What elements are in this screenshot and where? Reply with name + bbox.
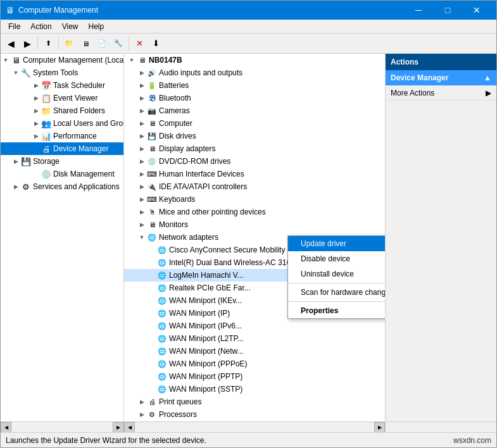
- left-hscroll-left[interactable]: ◀: [1, 422, 11, 432]
- dev-wan-netw[interactable]: 🌐 WAN Miniport (Netw...: [124, 345, 385, 358]
- processors-expand[interactable]: ▶: [137, 409, 147, 420]
- toolbar-computer[interactable]: 🖥: [78, 36, 93, 51]
- dev-print[interactable]: ▶ 🖨 Print queues: [124, 395, 385, 408]
- dev-monitors[interactable]: ▶ 🖥 Monitors: [124, 218, 385, 231]
- monitors-icon: 🖥: [147, 220, 157, 230]
- center-root[interactable]: ▼ 🖥 NB0147B: [124, 54, 385, 66]
- event-viewer-expand[interactable]: ▶: [31, 93, 41, 103]
- toolbar-back[interactable]: ◀: [3, 36, 18, 51]
- dev-batteries[interactable]: ▶ 🔋 Batteries: [124, 79, 385, 92]
- display-expand[interactable]: ▶: [137, 144, 147, 154]
- dev-audio[interactable]: ▶ 🔊 Audio inputs and outputs: [124, 66, 385, 79]
- hid-expand[interactable]: ▶: [137, 169, 147, 179]
- dev-wan-l2tp[interactable]: 🌐 WAN Miniport (L2TP...: [124, 332, 385, 345]
- toolbar-new[interactable]: ⬇: [148, 36, 163, 51]
- local-users-expand[interactable]: ▶: [31, 118, 41, 128]
- menu-file[interactable]: File: [3, 21, 25, 32]
- dev-dvd[interactable]: ▶ 💿 DVD/CD-ROM drives: [124, 155, 385, 168]
- tree-device-manager[interactable]: 🖨 Device Manager: [1, 142, 123, 155]
- action-more-actions[interactable]: More Actions ▶: [386, 85, 496, 101]
- dev-hid[interactable]: ▶ ⌨ Human Interface Devices: [124, 168, 385, 180]
- ctx-scan-hardware[interactable]: Scan for hardware changes: [288, 285, 386, 300]
- wan-sstp-label: WAN Miniport (SSTP): [169, 385, 242, 394]
- computer-expand[interactable]: ▶: [137, 118, 147, 128]
- tree-event-viewer[interactable]: ▶ 📋 Event Viewer: [1, 92, 123, 104]
- action-device-manager[interactable]: Device Manager ▲: [386, 70, 496, 85]
- menu-help[interactable]: Help: [84, 21, 110, 32]
- center-hscroll-track[interactable]: [135, 422, 374, 432]
- tree-root[interactable]: ▼ 🖥 Computer Management (Local: [1, 54, 123, 66]
- left-hscroll-track[interactable]: [11, 422, 113, 432]
- ctx-uninstall-device[interactable]: Uninstall device: [288, 266, 386, 282]
- tree-local-users[interactable]: ▶ 👥 Local Users and Groups: [1, 117, 123, 130]
- dev-ide[interactable]: ▶ 🔌 IDE ATA/ATAPI controllers: [124, 180, 385, 193]
- dev-keyboards[interactable]: ▶ ⌨ Keyboards: [124, 193, 385, 206]
- keyboards-expand[interactable]: ▶: [137, 194, 147, 204]
- left-hscroll[interactable]: ◀ ▶: [1, 422, 124, 432]
- dev-mice[interactable]: ▶ 🖱 Mice and other pointing devices: [124, 206, 385, 218]
- ctx-divider-2: [288, 301, 386, 302]
- batteries-expand[interactable]: ▶: [137, 80, 147, 90]
- storage-label: Storage: [33, 157, 60, 166]
- ide-expand[interactable]: ▶: [137, 182, 147, 192]
- maximize-button[interactable]: □: [433, 1, 462, 20]
- toolbar-up[interactable]: ⬆: [41, 36, 56, 51]
- dvd-expand[interactable]: ▶: [137, 156, 147, 166]
- toolbar-show-hide[interactable]: 📁: [61, 36, 77, 51]
- dev-processors[interactable]: ▶ ⚙ Processors: [124, 408, 385, 421]
- left-hscroll-right[interactable]: ▶: [113, 422, 123, 432]
- tree-disk-management[interactable]: ▶ 💿 Disk Management: [1, 168, 123, 180]
- dev-security[interactable]: ▶ 🔒 Security devices: [124, 421, 385, 421]
- root-expand[interactable]: ▼: [1, 55, 11, 65]
- tree-services-apps[interactable]: ▶ ⚙ Services and Applications: [1, 180, 123, 193]
- print-expand[interactable]: ▶: [137, 397, 147, 407]
- dev-diskdrives[interactable]: ▶ 💾 Disk drives: [124, 130, 385, 142]
- ctx-disable-device[interactable]: Disable device: [288, 251, 386, 266]
- shared-folders-expand[interactable]: ▶: [31, 106, 41, 116]
- toolbar-delete[interactable]: ✕: [132, 36, 147, 51]
- monitors-expand[interactable]: ▶: [137, 220, 147, 230]
- center-hscroll-right[interactable]: ▶: [374, 422, 385, 432]
- mice-expand[interactable]: ▶: [137, 207, 147, 217]
- tree-storage[interactable]: ▶ 💾 Storage: [1, 155, 123, 168]
- left-panel[interactable]: ▼ 🖥 Computer Management (Local ▼ 🔧 Syste…: [1, 54, 124, 421]
- audio-expand[interactable]: ▶: [137, 68, 147, 78]
- diskdrives-expand[interactable]: ▶: [137, 131, 147, 141]
- toolbar-forward[interactable]: ▶: [20, 36, 35, 51]
- toolbar-connect[interactable]: 📄: [94, 36, 110, 51]
- status-url: wsxdn.com: [453, 436, 491, 445]
- services-expand[interactable]: ▶: [11, 182, 21, 192]
- minimize-button[interactable]: ─: [404, 1, 433, 20]
- dev-computer[interactable]: ▶ 🖥 Computer: [124, 117, 385, 130]
- device-manager-expand[interactable]: [31, 144, 41, 154]
- close-button[interactable]: ✕: [462, 1, 491, 20]
- network-expand[interactable]: ▼: [137, 232, 147, 242]
- hid-label: Human Interface Devices: [159, 170, 244, 178]
- tree-shared-folders[interactable]: ▶ 📁 Shared Folders: [1, 104, 123, 117]
- cameras-expand[interactable]: ▶: [137, 106, 147, 116]
- dev-wan-sstp[interactable]: 🌐 WAN Miniport (SSTP): [124, 383, 385, 395]
- ctx-update-driver[interactable]: Update driver: [288, 236, 386, 251]
- task-scheduler-expand[interactable]: ▶: [31, 80, 41, 90]
- center-root-expand[interactable]: ▼: [127, 55, 137, 65]
- tree-system-tools[interactable]: ▼ 🔧 System Tools: [1, 66, 123, 79]
- center-hscroll[interactable]: ◀ ▶: [124, 422, 386, 432]
- storage-expand[interactable]: ▶: [11, 156, 21, 166]
- dev-cameras[interactable]: ▶ 📷 Cameras: [124, 104, 385, 117]
- performance-expand[interactable]: ▶: [31, 131, 41, 141]
- dev-wan-ipv6[interactable]: 🌐 WAN Miniport (IPv6...: [124, 320, 385, 332]
- dev-bluetooth[interactable]: ▶ 𝔅 Bluetooth: [124, 92, 385, 104]
- center-panel[interactable]: ▼ 🖥 NB0147B ▶ 🔊 Audio inputs and outputs…: [124, 54, 386, 421]
- menu-action[interactable]: Action: [25, 21, 56, 32]
- tree-task-scheduler[interactable]: ▶ 📅 Task Scheduler: [1, 79, 123, 92]
- ctx-properties[interactable]: Properties: [288, 303, 386, 318]
- center-hscroll-left[interactable]: ◀: [124, 422, 135, 432]
- dev-wan-pppoe[interactable]: 🌐 WAN Miniport (PPPoE): [124, 358, 385, 370]
- bluetooth-expand[interactable]: ▶: [137, 93, 147, 103]
- dev-display[interactable]: ▶ 🖥 Display adapters: [124, 142, 385, 155]
- system-tools-expand[interactable]: ▼: [11, 68, 21, 78]
- toolbar-properties[interactable]: 🔧: [111, 36, 126, 51]
- menu-view[interactable]: View: [57, 21, 84, 32]
- dev-wan-pptp[interactable]: 🌐 WAN Miniport (PPTP): [124, 370, 385, 383]
- tree-performance[interactable]: ▶ 📊 Performance: [1, 130, 123, 142]
